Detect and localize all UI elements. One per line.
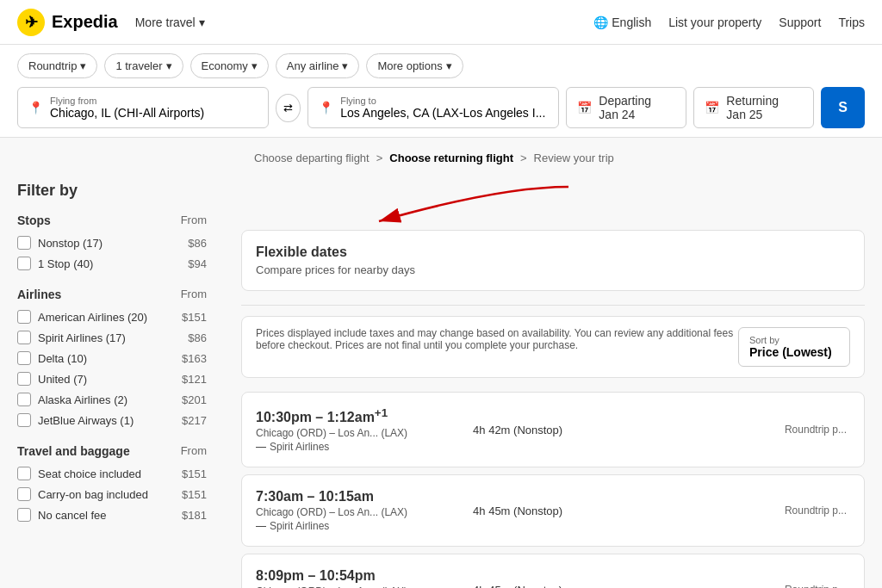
filter-item-price-1-4: $201 — [182, 393, 207, 406]
flexible-dates-subtitle: Compare prices for nearby days — [256, 263, 850, 276]
filter-checkbox-2-1[interactable] — [17, 487, 31, 501]
departing-date[interactable]: 📅 Departing Jan 24 — [566, 87, 686, 128]
list-property-link[interactable]: List your property — [668, 15, 761, 29]
filter-pill-label-3: Any airline — [287, 59, 339, 72]
location-icon: 📍 — [28, 101, 43, 115]
flight-card-2[interactable]: 8:09pm – 10:54pm Chicago (ORD) – Los An.… — [241, 554, 865, 588]
search-filters: Roundtrip▾1 traveler▾Economy▾Any airline… — [17, 53, 865, 78]
filter-checkbox-1-3[interactable] — [17, 372, 31, 386]
filter-item-1-5[interactable]: JetBlue Airways (1) $217 — [17, 413, 207, 427]
filter-item-price-1-1: $86 — [188, 331, 207, 344]
filter-item-1-3[interactable]: United (7) $121 — [17, 372, 207, 386]
from-value: Chicago, IL (CHI-All Airports) — [50, 106, 204, 120]
filter-checkbox-2-0[interactable] — [17, 467, 31, 480]
filter-item-price-2-0: $151 — [182, 467, 207, 480]
breadcrumb-step-2[interactable]: Review your trip — [534, 152, 614, 164]
globe-icon: 🌐 — [593, 15, 608, 29]
filter-item-label-1-4: Alaska Airlines (2) — [38, 393, 127, 406]
sort-box[interactable]: Sort by Price (Lowest) — [738, 327, 850, 367]
filter-item-price-1-0: $151 — [182, 311, 207, 324]
flight-info-0: 10:30pm – 1:12am+1 Chicago (ORD) – Los A… — [256, 406, 407, 453]
breadcrumb-step-1: Choose returning flight — [389, 152, 513, 164]
divider-1 — [241, 305, 865, 306]
flying-from-input[interactable]: 📍 Flying from Chicago, IL (CHI-All Airpo… — [17, 87, 269, 128]
flight-tag-1: Roundtrip p... — [785, 504, 847, 517]
flying-to-input[interactable]: 📍 Flying to Los Angeles, CA (LAX-Los Ang… — [307, 87, 559, 128]
filter-pill-label-1: 1 traveler — [115, 59, 162, 72]
returning-date[interactable]: 📅 Returning Jan 25 — [693, 87, 814, 128]
logo[interactable]: ✈ Expedia — [17, 9, 118, 36]
flexible-dates-banner[interactable]: Flexible dates Compare prices for nearby… — [241, 230, 865, 291]
flight-route-0: Chicago (ORD) – Los An... (LAX) — [256, 427, 407, 439]
filter-item-price-2-1: $151 — [182, 488, 207, 501]
flexible-dates-title: Flexible dates — [256, 244, 850, 260]
filter-item-2-2[interactable]: No cancel fee $181 — [17, 508, 207, 522]
flight-times-1: 7:30am – 10:15am — [256, 489, 407, 504]
filter-item-label-0-0: Nonstop (17) — [38, 237, 102, 250]
flight-card-1[interactable]: 7:30am – 10:15am Chicago (ORD) – Los An.… — [241, 474, 865, 547]
main-layout: Filter by Stops From Nonstop (17) $86 1 … — [0, 164, 882, 588]
filter-pill-label-4: More options — [377, 59, 442, 72]
red-arrow-svg — [327, 178, 586, 230]
filter-item-price-0-0: $86 — [188, 237, 207, 250]
support-link[interactable]: Support — [779, 15, 821, 29]
filter-item-1-2[interactable]: Delta (10) $163 — [17, 351, 207, 365]
filter-checkbox-2-2[interactable] — [17, 508, 31, 522]
filter-item-label-2-2: No cancel fee — [38, 509, 107, 522]
search-button[interactable]: S — [821, 87, 865, 128]
filter-pill-1[interactable]: 1 traveler▾ — [104, 53, 183, 78]
logo-icon: ✈ — [17, 9, 45, 36]
language-label: English — [612, 15, 651, 29]
filter-checkbox-1-1[interactable] — [17, 331, 31, 344]
more-travel-button[interactable]: More travel ▾ — [135, 15, 205, 29]
filter-pill-4[interactable]: More options▾ — [366, 53, 463, 78]
content-area: Flexible dates Compare prices for nearby… — [224, 164, 882, 588]
filter-section-header-0: Stops From — [17, 214, 207, 227]
filter-section-title-2: Travel and baggage — [17, 444, 130, 458]
filter-item-1-0[interactable]: American Airlines (20) $151 — [17, 310, 207, 324]
filter-item-label-1-0: American Airlines (20) — [38, 311, 147, 324]
flight-duration-1: 4h 45m (Nonstop) — [473, 504, 562, 517]
swap-button[interactable]: ⇄ — [276, 94, 301, 122]
sort-value: Price (Lowest) — [749, 345, 839, 359]
filter-item-price-0-1: $94 — [188, 257, 207, 270]
filter-pill-chevron-1: ▾ — [166, 59, 172, 72]
filter-section-header-2: Travel and baggage From — [17, 444, 207, 458]
filter-item-2-1[interactable]: Carry-on bag included $151 — [17, 487, 207, 501]
filter-pill-label-2: Economy — [202, 59, 248, 72]
trips-link[interactable]: Trips — [838, 15, 865, 29]
logo-text: Expedia — [52, 12, 118, 32]
filter-checkbox-1-5[interactable] — [17, 413, 31, 427]
breadcrumb-sep-1: > — [376, 152, 383, 164]
breadcrumb: Choose departing flight>Choose returning… — [0, 138, 882, 164]
filter-checkbox-1-4[interactable] — [17, 393, 31, 406]
breadcrumb-sep-2: > — [520, 152, 527, 164]
filter-item-0-1[interactable]: 1 Stop (40) $94 — [17, 257, 207, 270]
disclaimer-text: Prices displayed include taxes and may c… — [256, 327, 738, 351]
language-selector[interactable]: 🌐 English — [593, 15, 651, 29]
header: ✈ Expedia More travel ▾ 🌐 English List y… — [0, 0, 882, 45]
filter-checkbox-0-0[interactable] — [17, 236, 31, 250]
flight-card-0[interactable]: 10:30pm – 1:12am+1 Chicago (ORD) – Los A… — [241, 392, 865, 467]
flight-info-2: 8:09pm – 10:54pm Chicago (ORD) – Los An.… — [256, 568, 407, 588]
filter-checkbox-1-2[interactable] — [17, 351, 31, 365]
filter-pill-0[interactable]: Roundtrip▾ — [17, 53, 97, 78]
filter-item-label-1-3: United (7) — [38, 373, 87, 386]
filter-pill-2[interactable]: Economy▾ — [190, 53, 269, 78]
filter-item-price-1-2: $163 — [182, 352, 207, 365]
sort-label: Sort by — [749, 335, 839, 345]
filter-item-2-0[interactable]: Seat choice included $151 — [17, 467, 207, 480]
filter-item-label-1-2: Delta (10) — [38, 352, 87, 365]
filter-item-1-4[interactable]: Alaska Airlines (2) $201 — [17, 393, 207, 406]
filter-item-1-1[interactable]: Spirit Airlines (17) $86 — [17, 331, 207, 344]
calendar-icon-2: 📅 — [705, 101, 719, 115]
flight-route-1: Chicago (ORD) – Los An... (LAX) — [256, 506, 407, 518]
header-right: 🌐 English List your property Support Tri… — [593, 15, 865, 29]
filter-checkbox-1-0[interactable] — [17, 310, 31, 324]
breadcrumb-step-0[interactable]: Choose departing flight — [254, 152, 370, 164]
filter-checkbox-0-1[interactable] — [17, 257, 31, 270]
filter-item-label-0-1: 1 Stop (40) — [38, 257, 93, 270]
filter-pill-3[interactable]: Any airline▾ — [276, 53, 360, 78]
to-label: Flying to — [340, 96, 545, 106]
filter-item-0-0[interactable]: Nonstop (17) $86 — [17, 236, 207, 250]
